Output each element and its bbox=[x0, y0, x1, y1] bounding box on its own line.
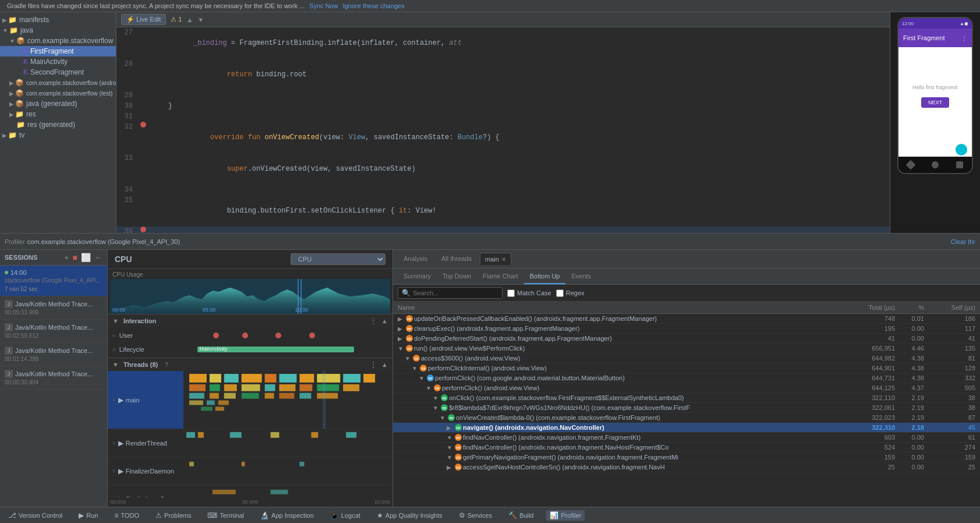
table-row[interactable]: ▼ m getPrimaryNavigationFragment() (andr… bbox=[393, 453, 980, 462]
table-row[interactable]: ▼ m performClick() (com.google.android.m… bbox=[393, 373, 980, 383]
nav-up-btn[interactable]: ▲ bbox=[186, 16, 193, 23]
session-item-3[interactable]: J Java/Kotlin Method Trace... 00:01:14.3… bbox=[0, 343, 107, 366]
expand-btn[interactable]: ▼ bbox=[447, 444, 454, 451]
table-row[interactable]: ▼ m onViewCreated$lambda-0() (com.exampl… bbox=[393, 413, 980, 423]
status-build[interactable]: 🔨 Build bbox=[505, 510, 537, 521]
interaction-expand-btn[interactable]: ▲ bbox=[381, 317, 388, 324]
table-row[interactable]: ▼ m $r8$lambda$7dExr8khrgn7vWGs1Nro6Nddz… bbox=[393, 403, 980, 413]
expand-btn[interactable]: ▶ bbox=[398, 316, 405, 322]
device-fab[interactable] bbox=[956, 144, 967, 156]
expand-btn[interactable]: ▼ bbox=[426, 385, 433, 391]
threads-collapse-btn[interactable]: ▼ bbox=[112, 361, 119, 368]
session-item-1[interactable]: J Java/Kotlin Method Trace... 00:05:33.9… bbox=[0, 296, 107, 320]
stop-session-btn[interactable]: ■ bbox=[73, 253, 77, 262]
live-edit-button[interactable]: ⚡ Live Edit bbox=[121, 14, 166, 25]
sync-now-link[interactable]: Sync Now bbox=[309, 2, 338, 9]
subtab-top-down[interactable]: Top Down bbox=[437, 269, 477, 284]
cpu-mode-dropdown[interactable]: CPU Java/Kotlin Method Trace bbox=[291, 253, 385, 265]
status-version-control[interactable]: ⎇ Version Control bbox=[5, 510, 66, 521]
subtab-events[interactable]: Events bbox=[565, 269, 597, 284]
tree-item-android-test[interactable]: ▶ 📦 com.example.stackoverflow (androidTe… bbox=[0, 77, 116, 88]
subtab-flame-chart[interactable]: Flame Chart bbox=[477, 269, 524, 284]
status-problems[interactable]: ⚠ Problems bbox=[152, 510, 194, 521]
table-row[interactable]: ▼ m performClickInternal() (android.view… bbox=[393, 363, 980, 373]
tree-item-package[interactable]: ▼ 📦 com.example.stackoverflow bbox=[0, 36, 116, 46]
table-row[interactable]: ▼ m performClick() (android.view.View) 6… bbox=[393, 383, 980, 393]
status-services[interactable]: ⚙ Services bbox=[455, 510, 496, 521]
breakpoint-32[interactable] bbox=[140, 122, 146, 128]
status-logcat[interactable]: 📱 Logcat bbox=[327, 510, 364, 521]
expand-btn[interactable]: ▶ bbox=[447, 425, 454, 431]
table-row[interactable]: ▼ m onClick() (com.example.stackoverflow… bbox=[393, 393, 980, 403]
breakpoint-36[interactable] bbox=[140, 227, 146, 232]
expand-btn[interactable]: ▼ bbox=[433, 395, 440, 401]
table-row[interactable]: ▶ m accessSgetNavHostControllerSn() (and… bbox=[393, 462, 980, 472]
status-terminal[interactable]: ⌨ Terminal bbox=[204, 510, 247, 521]
tree-item-res-generated[interactable]: 📁 res (generated) bbox=[0, 119, 116, 130]
tree-item-res[interactable]: ▶ 📁 res bbox=[0, 109, 116, 119]
expand-btn[interactable]: ▼ bbox=[440, 415, 447, 421]
thread-label-finalizer[interactable]: ≡ ▶ FinalizerDaemon bbox=[108, 457, 183, 485]
table-row[interactable]: ▼ m findNavController() (androidx.naviga… bbox=[393, 443, 980, 453]
nav-down-btn[interactable]: ▼ bbox=[197, 16, 204, 23]
export-session-btn[interactable]: ⬜ bbox=[81, 253, 91, 262]
expand-btn[interactable]: ▼ bbox=[419, 375, 426, 381]
interaction-collapse-btn[interactable]: ▼ bbox=[112, 317, 119, 324]
status-todo[interactable]: ≡ TODO bbox=[111, 510, 143, 521]
table-row-navigate[interactable]: ▶ m navigate() (androidx.navigation.NavC… bbox=[393, 423, 980, 433]
threads-help-btn[interactable]: ? bbox=[165, 362, 168, 368]
threads-expand-btn[interactable]: ▲ bbox=[381, 361, 388, 368]
table-row[interactable]: ▼ m findNavController() (androidx.naviga… bbox=[393, 433, 980, 443]
subtab-bottom-up[interactable]: Bottom Up bbox=[524, 269, 566, 284]
ignore-changes-link[interactable]: Ignore these changes bbox=[343, 2, 405, 9]
session-item-active[interactable]: 14:00 stackoverflow (Google Pixel_4_API.… bbox=[0, 266, 107, 296]
tree-item-firstfragment[interactable]: K FirstFragment bbox=[0, 46, 116, 56]
expand-btn[interactable]: ▶ bbox=[447, 464, 454, 471]
search-input[interactable] bbox=[413, 289, 494, 296]
table-row[interactable]: ▶ m updateOnBackPressedCallbackEnabled()… bbox=[393, 314, 980, 324]
subtab-summary[interactable]: Summary bbox=[398, 269, 437, 284]
tree-item-test[interactable]: ▶ 📦 com.example.stackoverflow (test) bbox=[0, 88, 116, 98]
expand-btn[interactable]: ▼ bbox=[447, 434, 454, 441]
clear-threads-btn[interactable]: Clear thr bbox=[951, 238, 975, 245]
expand-btn[interactable]: ▼ bbox=[412, 365, 419, 372]
status-profiler[interactable]: 📊 Profiler bbox=[546, 510, 585, 521]
table-row[interactable]: ▶ m doPendingDeferredStart() (androidx.f… bbox=[393, 334, 980, 344]
tree-item-java[interactable]: ▼ 📁 java bbox=[0, 25, 116, 36]
main-tab-close[interactable]: ✕ bbox=[501, 256, 506, 263]
threads-menu-btn[interactable]: ⋮ bbox=[370, 361, 377, 369]
tree-item-secondfragment[interactable]: K SecondFragment bbox=[0, 67, 116, 77]
expand-btn[interactable]: ▼ bbox=[398, 345, 405, 352]
tab-all-threads[interactable]: All threads bbox=[436, 252, 477, 267]
regex-label[interactable]: Regex bbox=[556, 289, 585, 297]
thread-label-studio[interactable]: ≡ ▶ Studio:InputCon bbox=[108, 485, 183, 497]
tab-analysis[interactable]: Analysis bbox=[398, 252, 433, 267]
tab-main[interactable]: main ✕ bbox=[480, 253, 511, 265]
thread-label-render[interactable]: ≡ ▶ RenderThread bbox=[108, 429, 183, 457]
session-item-2[interactable]: J Java/Kotlin Method Trace... 00:02:59.6… bbox=[0, 320, 107, 343]
tree-item-manifests[interactable]: ▶ 📁 manifests bbox=[0, 15, 116, 25]
status-run[interactable]: ▶ Run bbox=[75, 510, 101, 521]
table-row[interactable]: ▼ m access$3600() (android.view.View) 64… bbox=[393, 354, 980, 363]
expand-btn[interactable]: ▼ bbox=[447, 454, 454, 461]
expand-btn[interactable]: ▼ bbox=[433, 405, 440, 411]
expand-btn[interactable]: ▼ bbox=[405, 355, 412, 362]
tree-item-java-generated[interactable]: ▶ 📦 java (generated) bbox=[0, 98, 116, 109]
status-app-inspection[interactable]: 🔬 App Inspection bbox=[257, 510, 317, 521]
expand-btn[interactable]: ▶ bbox=[398, 335, 405, 342]
import-session-btn[interactable]: ← bbox=[94, 253, 102, 262]
session-item-4[interactable]: J Java/Kotlin Method Trace... 00:00:30.4… bbox=[0, 366, 107, 390]
device-next-button[interactable]: NEXT bbox=[921, 97, 949, 108]
match-case-checkbox[interactable] bbox=[507, 289, 515, 297]
expand-btn[interactable]: ▶ bbox=[398, 326, 405, 332]
table-row[interactable]: ▼ m run() (android.view.View$PerformClic… bbox=[393, 344, 980, 354]
thread-label-main[interactable]: ≡ ▶ main bbox=[108, 371, 183, 429]
regex-checkbox[interactable] bbox=[556, 289, 564, 297]
interaction-menu-btn[interactable]: ⋮ bbox=[370, 317, 377, 325]
tree-item-tv[interactable]: ▶ 📁 tv bbox=[0, 130, 116, 140]
status-app-quality[interactable]: ★ App Quality Insights bbox=[373, 510, 446, 521]
tree-item-mainactivity[interactable]: K MainActivity bbox=[0, 56, 116, 67]
add-session-btn[interactable]: + bbox=[64, 253, 69, 262]
match-case-label[interactable]: Match Case bbox=[507, 289, 551, 297]
table-row[interactable]: ▶ m cleanupExec() (androidx.fragment.app… bbox=[393, 324, 980, 334]
